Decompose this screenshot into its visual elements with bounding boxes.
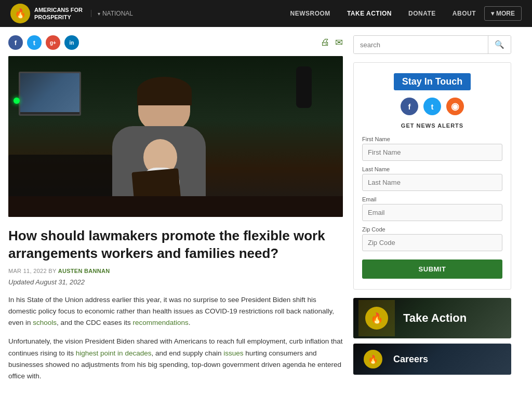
logo-icon: 🔥 <box>10 4 30 23</box>
stay-social-icons: f t ◉ <box>362 98 502 115</box>
share-twitter[interactable]: t <box>27 35 42 50</box>
stay-subtitle: GET NEWS ALERTS <box>362 122 502 129</box>
last-name-group: Last Name <box>362 166 502 191</box>
last-name-label: Last Name <box>362 166 502 172</box>
careers-label: Careers <box>393 354 428 365</box>
print-icon[interactable]: 🖨 <box>321 37 330 48</box>
logo[interactable]: 🔥 AMERICANS FOR PROSPERITY <box>10 4 83 23</box>
take-action-icon: 🔥 <box>358 300 395 336</box>
email-input[interactable] <box>362 204 502 221</box>
issues-link[interactable]: issues <box>223 349 243 357</box>
main-nav: 🔥 AMERICANS FOR PROSPERITY ▾ NATIONAL NE… <box>0 0 532 27</box>
nav-more-button[interactable]: ▾ MORE <box>484 6 522 21</box>
nav-take-action[interactable]: TAKE ACTION <box>339 0 400 27</box>
first-name-group: First Name <box>362 136 502 161</box>
first-name-input[interactable] <box>362 144 502 161</box>
email-group: Email <box>362 196 502 221</box>
search-box: 🔍 <box>353 35 511 54</box>
stay-in-touch-title: Stay In Touch <box>394 73 471 90</box>
email-icon[interactable]: ✉ <box>335 37 343 48</box>
article-image <box>8 56 343 217</box>
stay-in-touch-box: Stay In Touch f t ◉ GET NEWS ALERTS Firs… <box>353 62 511 290</box>
nav-location[interactable]: ▾ NATIONAL <box>91 10 133 17</box>
zip-group: Zip Code <box>362 226 502 251</box>
recommendations-link[interactable]: recommendations <box>132 319 188 326</box>
careers-icon: 🔥 <box>358 345 387 374</box>
stay-rss[interactable]: ◉ <box>446 98 464 115</box>
sidebar: 🔍 Stay In Touch f t ◉ GET NEWS ALERTS Fi… <box>353 27 520 400</box>
social-share-icons: f t g+ in <box>8 35 79 50</box>
careers-card[interactable]: 🔥 Careers <box>353 344 511 375</box>
share-googleplus[interactable]: g+ <box>46 35 60 50</box>
stay-facebook[interactable]: f <box>401 98 418 115</box>
zip-label: Zip Code <box>362 226 502 233</box>
article-title: How should lawmakers promote the flexibl… <box>8 227 343 263</box>
article-body: In his State of the Union address earlie… <box>8 294 343 382</box>
first-name-label: First Name <box>362 136 502 142</box>
submit-button[interactable]: SUBMIT <box>362 259 502 279</box>
nav-links: NEWSROOM TAKE ACTION DONATE ABOUT ▾ MORE <box>282 0 522 27</box>
share-linkedin[interactable]: in <box>64 35 79 50</box>
afp-careers-icon: 🔥 <box>364 350 382 368</box>
monitor-decoration <box>19 72 81 116</box>
nav-donate[interactable]: DONATE <box>400 0 444 27</box>
search-input[interactable] <box>354 36 488 53</box>
article-paragraph-2: Unfortunately, the vision President Bide… <box>8 336 343 382</box>
article-updated: Updated August 31, 2022 <box>8 278 343 286</box>
highest-point-link[interactable]: highest point in decades <box>76 349 152 357</box>
chevron-down-icon: ▾ <box>98 11 100 17</box>
nav-newsroom[interactable]: NEWSROOM <box>282 0 339 27</box>
main-content: f t g+ in 🖨 ✉ <box>0 27 353 400</box>
take-action-label: Take Action <box>403 311 467 325</box>
logo-text: AMERICANS FOR PROSPERITY <box>34 6 83 21</box>
article-paragraph-1: In his State of the Union address earlie… <box>8 294 343 329</box>
nav-about[interactable]: ABOUT <box>444 0 484 27</box>
share-facebook[interactable]: f <box>8 35 23 50</box>
careers-bg: 🔥 Careers <box>353 344 511 375</box>
article-actions: 🖨 ✉ <box>321 37 343 48</box>
email-label: Email <box>362 196 502 202</box>
take-action-card[interactable]: 🔥 Take Action <box>353 298 511 338</box>
last-name-input[interactable] <box>362 174 502 191</box>
stay-twitter[interactable]: t <box>423 98 441 115</box>
schools-link[interactable]: schools <box>33 319 57 326</box>
page-container: f t g+ in 🖨 ✉ <box>0 27 532 400</box>
afp-logo-icon: 🔥 <box>365 307 388 330</box>
zip-input[interactable] <box>362 234 502 251</box>
search-button[interactable]: 🔍 <box>488 36 511 53</box>
chevron-down-icon: ▾ <box>491 10 494 17</box>
social-bar: f t g+ in 🖨 ✉ <box>8 35 343 50</box>
take-action-bg: 🔥 Take Action <box>353 298 511 338</box>
article-meta: MAR 11, 2022 BY AUSTEN BANNAN <box>8 268 343 274</box>
